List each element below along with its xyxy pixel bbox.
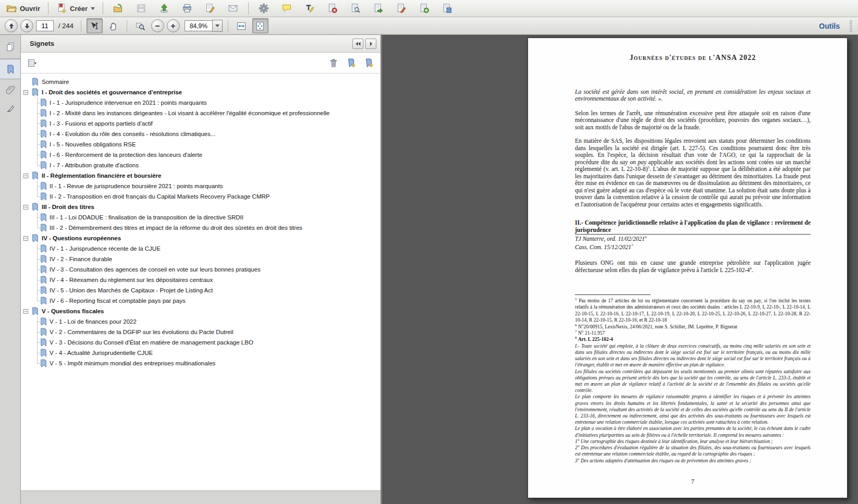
bookmark-item[interactable]: IV - 6 - Reporting fiscal et comptable p…	[21, 296, 381, 306]
next-page-button[interactable]	[20, 19, 33, 32]
comment-button[interactable]	[276, 1, 297, 16]
footnotes: 5 Pas moins de 17 articles de loi ou rég…	[575, 298, 811, 464]
footnote: 5 Pas moins de 17 articles de loi ou rég…	[575, 298, 811, 324]
settings-button[interactable]	[253, 1, 274, 16]
bookmark-item[interactable]: Sommaire	[21, 77, 381, 87]
edit-pages-button[interactable]	[391, 1, 412, 16]
bookmark-item[interactable]: − II - Réglementation financière et bour…	[21, 170, 381, 181]
attachments-panel-button[interactable]	[0, 79, 20, 99]
bookmark-item[interactable]: I - 7 - Attribution gratuite d'actions	[21, 160, 381, 170]
delete-pages-button[interactable]	[322, 1, 343, 16]
print-button[interactable]	[177, 1, 198, 16]
document-area[interactable]: Journées d'études de l'ANSA 2022 La soci…	[382, 35, 858, 504]
collapse-expander-icon[interactable]: −	[23, 309, 28, 314]
bookmark-label: I - Droit des sociétés et gouvernance d'…	[42, 89, 182, 95]
toolbar-separator	[48, 2, 48, 15]
marquee-zoom-button[interactable]	[132, 18, 149, 33]
header-footer-button[interactable]	[437, 1, 458, 16]
collapse-expander-icon[interactable]: −	[23, 174, 28, 178]
collapse-expander-icon[interactable]: −	[23, 90, 28, 95]
new-child-bookmark-button[interactable]	[364, 58, 374, 68]
zoom-dropdown-button[interactable]	[212, 20, 223, 32]
case-reference: TJ Nanterre, ord. 11/02/20216	[575, 236, 811, 243]
bookmark-item[interactable]: I - 2 - Mixité dans les instances dirige…	[21, 108, 381, 118]
bookmark-icon	[32, 203, 39, 211]
bookmark-item[interactable]: IV - 2 - Finance durable	[21, 254, 381, 264]
bookmark-icon	[32, 234, 39, 242]
footnote: 6 N°20/00915, LexisNexis, 24/06/2021, no…	[575, 324, 811, 330]
paragraph: Selon les termes de l'arrêt, une rémunér…	[575, 110, 811, 131]
bookmark-item[interactable]: I - 4 - Evolution du rôle des conseils -…	[21, 129, 381, 139]
zoom-out-button[interactable]	[151, 19, 164, 32]
zoom-level-value[interactable]: 84,9%	[185, 20, 213, 31]
bookmark-item[interactable]: V - 2 - Commentaires de la DGFIP sur les…	[21, 327, 381, 337]
bookmark-item[interactable]: I - 5 - Nouvelles obligations RSE	[21, 139, 381, 150]
collapse-panel-button[interactable]	[352, 39, 363, 49]
bookmark-item[interactable]: − V - Questions fiscales	[21, 306, 381, 316]
toolbar-separator	[228, 20, 228, 32]
save-button[interactable]	[131, 1, 152, 16]
bookmark-item[interactable]: I - 3 - Fusions et apports partiels d'ac…	[21, 118, 381, 129]
bookmark-options-button[interactable]	[27, 58, 38, 68]
delete-bookmark-button[interactable]	[328, 58, 339, 68]
bookmark-item[interactable]: − I - Droit des sociétés et gouvernance …	[21, 87, 381, 97]
bookmarks-tree: Sommaire− I - Droit des sociétés et gouv…	[21, 73, 381, 490]
bookmark-item[interactable]: IV - 4 - Réexamen du règlement sur les d…	[21, 275, 381, 285]
bookmarks-panel-button[interactable]	[0, 59, 20, 79]
export-pages-button[interactable]	[368, 1, 389, 16]
bookmark-icon	[40, 286, 47, 294]
navigation-toolbar: / 244 84,9% Outils	[0, 17, 858, 35]
bookmark-item[interactable]: IV - 3 - Consultation des agences de con…	[21, 264, 381, 275]
bookmark-icon	[40, 349, 47, 357]
trash-icon	[328, 58, 339, 68]
options-list-icon	[27, 58, 38, 68]
bookmark-icon	[40, 297, 47, 305]
bookmark-item[interactable]: I - 1 - Jurisprudence intervenue en 2021…	[21, 97, 381, 108]
replace-pages-button[interactable]	[345, 1, 366, 16]
bookmark-item[interactable]: IV - 5 - Union des Marchés de Capitaux -…	[21, 285, 381, 296]
bookmark-item[interactable]: II - 1 - Revue de jurisprudence boursièr…	[21, 181, 381, 191]
share-upload-button[interactable]	[154, 1, 175, 16]
bookmark-item[interactable]: − IV - Questions européennes	[21, 233, 381, 243]
insert-pages-button[interactable]	[414, 1, 435, 16]
pages-panel-button[interactable]	[0, 35, 20, 59]
bookmark-label: V - 1 - Loi de finances pour 2022	[50, 318, 137, 325]
signatures-panel-button[interactable]	[0, 99, 20, 118]
previous-page-button[interactable]	[5, 19, 18, 32]
bookmark-item[interactable]: I - 6 - Renforcement de la protection de…	[21, 150, 381, 160]
fit-width-button[interactable]	[234, 18, 250, 33]
bookmark-item[interactable]: V - 1 - Loi de finances pour 2022	[21, 316, 381, 327]
tools-link[interactable]: Outils	[819, 22, 840, 30]
open-button[interactable]: Ouvrir	[3, 1, 43, 16]
email-button[interactable]	[223, 1, 243, 16]
import-convert-button[interactable]	[108, 1, 129, 16]
footnote-rule	[575, 294, 651, 295]
bookmark-item[interactable]: IV - 1 - Jurisprudence récente de la CJU…	[21, 243, 381, 254]
collapse-expander-icon[interactable]: −	[23, 236, 28, 241]
bookmark-item[interactable]: III - 2 - Démembrement des titres et imp…	[21, 223, 381, 233]
bookmark-label: V - 4 - Actualité Jurisprudentielle CJUE	[50, 350, 153, 356]
sign-button[interactable]	[200, 1, 220, 16]
zoom-in-button[interactable]	[167, 19, 180, 32]
create-button[interactable]: Créer	[53, 1, 98, 16]
bookmark-item[interactable]: III - 1 - Loi DDADUE : finalisation de l…	[21, 212, 381, 223]
typewriter-button[interactable]	[299, 1, 320, 16]
new-bookmark-button[interactable]	[346, 58, 357, 68]
page-number-input[interactable]	[36, 20, 54, 31]
collapse-expander-icon[interactable]: −	[23, 205, 28, 210]
new-child-bookmark-icon	[364, 58, 374, 68]
pdf-page[interactable]: Journées d'études de l'ANSA 2022 La soci…	[528, 38, 848, 498]
panel-menu-button[interactable]	[365, 39, 376, 49]
paragraph: Plusieurs ONG ont mis en cause une grand…	[575, 260, 811, 274]
plus-icon	[169, 22, 177, 30]
footnote-legal-text: 2° Des procédures d'évaluation régulière…	[575, 445, 811, 457]
bookmark-item[interactable]: V - 4 - Actualité Jurisprudentielle CJUE	[21, 348, 381, 358]
bookmark-item[interactable]: − III - Droit des titres	[21, 202, 381, 212]
bookmark-item[interactable]: II - 2 - Transposition en droit français…	[21, 191, 381, 202]
bookmark-item[interactable]: V - 5 - Impôt minimum mondial des entrep…	[21, 358, 381, 368]
fit-page-button[interactable]	[252, 18, 268, 33]
select-tool-button[interactable]	[87, 18, 103, 33]
bookmark-item[interactable]: V - 3 - Décisions du Conseil d'État en m…	[21, 337, 381, 348]
toolbar-separator	[127, 20, 127, 32]
hand-tool-button[interactable]	[105, 18, 121, 33]
